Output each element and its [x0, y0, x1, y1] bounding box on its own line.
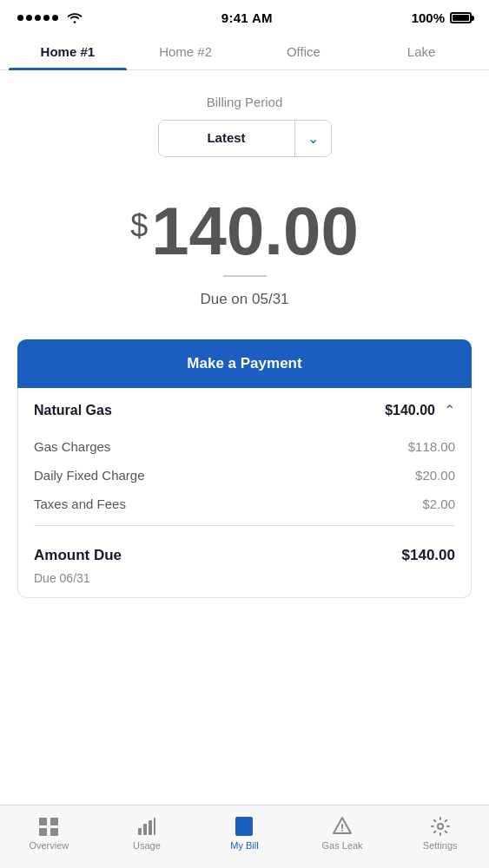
- tab-home1[interactable]: Home #1: [9, 32, 127, 69]
- chevron-down-icon: ⌄: [307, 130, 319, 147]
- svg-rect-13: [341, 824, 343, 829]
- svg-rect-14: [341, 830, 343, 832]
- bottom-navigation: Overview Usage My Bill: [0, 805, 489, 868]
- make-payment-button[interactable]: Make a Payment: [17, 339, 472, 388]
- due-date: Due on 05/31: [17, 291, 472, 308]
- amount-due-row: Amount Due $140.00: [18, 533, 471, 571]
- account-tabs: Home #1 Home #2 Office Lake: [0, 32, 489, 70]
- nav-gasleak[interactable]: Gas Leak: [294, 812, 392, 854]
- svg-point-15: [438, 824, 443, 829]
- settings-label: Settings: [423, 840, 458, 851]
- gas-charges-row: Gas Charges $118.00: [18, 432, 471, 461]
- bill-details-card: Natural Gas $140.00 ⌃ Gas Charges $118.0…: [17, 388, 472, 598]
- signal-dot-1: [17, 15, 23, 21]
- gas-charges-value: $118.00: [408, 439, 455, 454]
- amount-display: $ 140.00: [130, 197, 359, 265]
- status-bar: 9:41 AM 100%: [0, 0, 489, 32]
- svg-rect-11: [238, 828, 245, 830]
- billing-dropdown[interactable]: Latest ⌄: [158, 120, 332, 157]
- status-left: [17, 12, 83, 24]
- usage-label: Usage: [133, 840, 161, 851]
- overview-label: Overview: [29, 840, 69, 851]
- svg-rect-6: [149, 820, 152, 835]
- billing-period-section: Billing Period Latest ⌄: [0, 70, 489, 171]
- gasleak-label: Gas Leak: [322, 840, 363, 851]
- gasleak-icon: [331, 816, 354, 837]
- billing-period-value[interactable]: Latest: [159, 121, 294, 156]
- gas-charges-label: Gas Charges: [34, 439, 110, 454]
- battery-icon: [450, 12, 472, 23]
- tab-home2[interactable]: Home #2: [127, 32, 245, 69]
- nav-mybill[interactable]: My Bill: [195, 812, 294, 854]
- amount-due-label: Amount Due: [34, 547, 122, 564]
- natural-gas-label: Natural Gas: [34, 403, 112, 418]
- signal-dot-5: [52, 15, 58, 21]
- overview-icon: [37, 816, 60, 837]
- chevron-up-icon: ⌃: [444, 402, 455, 418]
- signal-dot-4: [43, 15, 50, 21]
- status-right: 100%: [412, 10, 472, 25]
- settings-icon: [429, 816, 452, 837]
- taxes-fees-row: Taxes and Fees $2.00: [18, 490, 471, 518]
- mybill-label: My Bill: [230, 840, 258, 851]
- dollar-sign: $: [130, 207, 148, 244]
- svg-rect-7: [154, 818, 155, 835]
- amount-divider: [223, 275, 267, 277]
- daily-fixed-charge-label: Daily Fixed Charge: [34, 468, 145, 483]
- daily-fixed-charge-value: $20.00: [415, 468, 455, 483]
- svg-rect-9: [238, 821, 250, 823]
- usage-icon: [135, 816, 158, 837]
- signal-dot-3: [35, 15, 41, 21]
- natural-gas-value: $140.00: [385, 403, 435, 418]
- signal-dot-2: [26, 15, 32, 21]
- nav-usage[interactable]: Usage: [98, 812, 196, 854]
- svg-rect-3: [50, 828, 58, 836]
- svg-rect-2: [39, 828, 47, 836]
- daily-fixed-charge-row: Daily Fixed Charge $20.00: [18, 461, 471, 490]
- natural-gas-row[interactable]: Natural Gas $140.00 ⌃: [18, 388, 471, 432]
- tab-lake[interactable]: Lake: [362, 32, 480, 69]
- taxes-fees-label: Taxes and Fees: [34, 496, 126, 511]
- amount-section: $ 140.00 Due on 05/31: [0, 171, 489, 322]
- svg-rect-4: [138, 828, 142, 835]
- amount-value: 140.00: [151, 197, 359, 265]
- billing-dropdown-button[interactable]: ⌄: [294, 121, 331, 156]
- natural-gas-right: $140.00 ⌃: [385, 402, 455, 418]
- signal-dots: [17, 15, 58, 21]
- amount-due-value: $140.00: [402, 547, 455, 564]
- taxes-fees-value: $2.00: [422, 496, 455, 511]
- svg-rect-1: [50, 818, 58, 825]
- amount-due-date: Due 06/31: [18, 571, 471, 597]
- battery-percentage: 100%: [412, 10, 445, 25]
- wifi-icon: [67, 12, 83, 24]
- nav-settings[interactable]: Settings: [391, 812, 489, 854]
- tab-office[interactable]: Office: [245, 32, 363, 69]
- bill-divider: [34, 525, 455, 526]
- mybill-icon: [233, 816, 255, 837]
- main-content: Billing Period Latest ⌄ $ 140.00 Due on …: [0, 70, 489, 598]
- svg-rect-0: [39, 818, 47, 825]
- svg-rect-5: [143, 824, 147, 835]
- svg-rect-10: [238, 825, 250, 826]
- payment-section: Make a Payment: [0, 322, 489, 388]
- nav-overview[interactable]: Overview: [0, 812, 98, 854]
- status-time: 9:41 AM: [221, 10, 273, 25]
- billing-period-label: Billing Period: [17, 95, 472, 109]
